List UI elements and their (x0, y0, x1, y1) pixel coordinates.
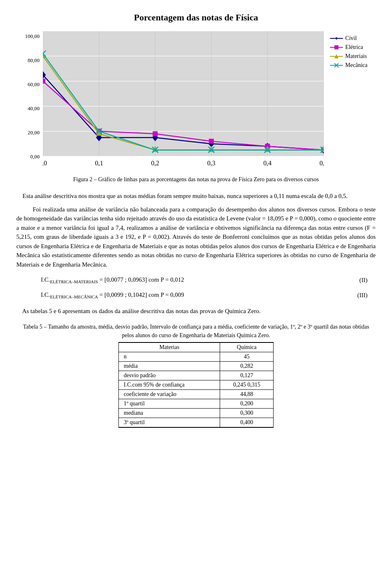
formula2-lhs: I.C.ELÉTRICA–MECÂNICA (41, 291, 98, 298)
y-label-100: 100,00 (25, 33, 40, 40)
table-header-materias: Materias (119, 342, 220, 352)
data-table: Materias Química n 45 média 0,282 desvio… (118, 342, 274, 428)
paragraph1: Esta análise descritiva nos mostra que a… (16, 191, 376, 201)
table-row: n 45 (119, 352, 274, 361)
table-cell-label-media: média (119, 361, 220, 371)
svg-rect-19 (43, 79, 45, 84)
y-axis-labels: 100,00 80,00 60,00 40,00 20,00 0,00 (20, 31, 43, 171)
table-row: média 0,282 (119, 361, 274, 371)
table-cell-label-n: n (119, 352, 220, 361)
table-row: desvio padrão 0,127 (119, 371, 274, 380)
page-title: Porcentagem das notas de Física (16, 12, 376, 23)
formula2-text: I.C.ELÉTRICA–MECÂNICA = [0,0099 ; 0,1042… (41, 291, 347, 299)
figure-caption: Figura 2 – Gráfico de linhas para as por… (16, 176, 376, 184)
chart-area: 100,00 80,00 60,00 40,00 20,00 0,00 (20, 31, 372, 171)
table-row: I.C.com 95% de confiança 0,245 0,315 (119, 380, 274, 389)
svg-text:0,5: 0,5 (320, 160, 324, 167)
table-cell-value-ic: 0,245 0,315 (220, 380, 274, 389)
y-label-0: 0,00 (30, 153, 40, 160)
svg-text:0,4: 0,4 (263, 160, 272, 167)
formula1-text: I.C.ELÉTRICA–MATERIAIS = [0,0077 ; 0,096… (41, 276, 347, 284)
legend-civil: Civil (330, 35, 368, 42)
formula1-lhs: I.C.ELÉTRICA–MATERIAIS (41, 276, 98, 283)
svg-marker-50 (335, 37, 338, 40)
formula1-block: I.C.ELÉTRICA–MATERIAIS = [0,0077 ; 0,096… (16, 276, 376, 284)
table-row: 3º quartil 0,400 (119, 418, 274, 427)
legend-eletrica: Elétrica (330, 44, 368, 51)
chart-legend: Civil Elétrica Materiais (324, 31, 372, 171)
legend-civil-label: Civil (345, 35, 357, 42)
formula1-number: (II) (355, 277, 376, 284)
table-cell-value-q3: 0,400 (220, 418, 274, 427)
table-caption: Tabela 5 – Tamanho da amostra, média, de… (16, 322, 376, 340)
table-cell-value-n: 45 (220, 352, 274, 361)
legend-materiais-label: Materiais (345, 53, 367, 60)
table-cell-value-media: 0,282 (220, 361, 274, 371)
table-cell-label-q3: 3º quartil (119, 418, 220, 427)
line-chart: 0,0 0,1 0,2 0,3 0,4 0,5 (43, 31, 324, 171)
table-cell-label-cv: coeficiente de variação (119, 389, 220, 399)
paragraph2: Foi realizada uma análise de variância n… (16, 205, 376, 269)
formula2-block: I.C.ELÉTRICA–MECÂNICA = [0,0099 ; 0,1042… (16, 291, 376, 299)
table-row: coeficiente de variação 44,88 (119, 389, 274, 399)
legend-eletrica-label: Elétrica (345, 44, 363, 51)
legend-materiais: Materiais (330, 53, 368, 60)
y-label-40: 40,00 (28, 105, 40, 112)
svg-rect-21 (153, 131, 158, 136)
svg-text:0,3: 0,3 (207, 160, 216, 167)
svg-text:0,0: 0,0 (43, 160, 47, 167)
legend-mecanica-label: Mecânica (345, 62, 368, 69)
table-row: 1º quartil 0,200 (119, 399, 274, 408)
table-cell-label-ic: I.C.com 95% de confiança (119, 380, 220, 389)
table-cell-value-mediana: 0,300 (220, 408, 274, 418)
table-cell-value-desvio: 0,127 (220, 371, 274, 380)
table-cell-value-q1: 0,200 (220, 399, 274, 408)
y-label-80: 80,00 (28, 57, 40, 64)
formula1-rhs: = [0,0077 ; 0,0963] com P = 0,012 (100, 276, 184, 283)
svg-rect-52 (334, 45, 339, 49)
svg-text:0,2: 0,2 (151, 160, 159, 167)
table-row: mediana 0,300 (119, 408, 274, 418)
table-header-row: Materias Química (119, 342, 274, 352)
formula2-rhs: = [0,0099 ; 0,1042] com P = 0,009 (100, 291, 184, 298)
formula2-number: (III) (355, 292, 376, 299)
svg-text:0,1: 0,1 (95, 160, 103, 167)
table-cell-label-q1: 1º quartil (119, 399, 220, 408)
paragraph3: As tabelas 5 e 6 apresentam os dados da … (16, 307, 376, 316)
legend-mecanica: Mecânica (330, 62, 368, 69)
table-cell-label-desvio: desvio padrão (119, 371, 220, 380)
svg-rect-22 (209, 139, 214, 144)
table-cell-label-mediana: mediana (119, 408, 220, 418)
y-label-20: 20,00 (28, 129, 40, 136)
y-label-60: 60,00 (28, 81, 40, 88)
table-cell-value-cv: 44,88 (220, 389, 274, 399)
table-header-quimica: Química (220, 342, 274, 352)
